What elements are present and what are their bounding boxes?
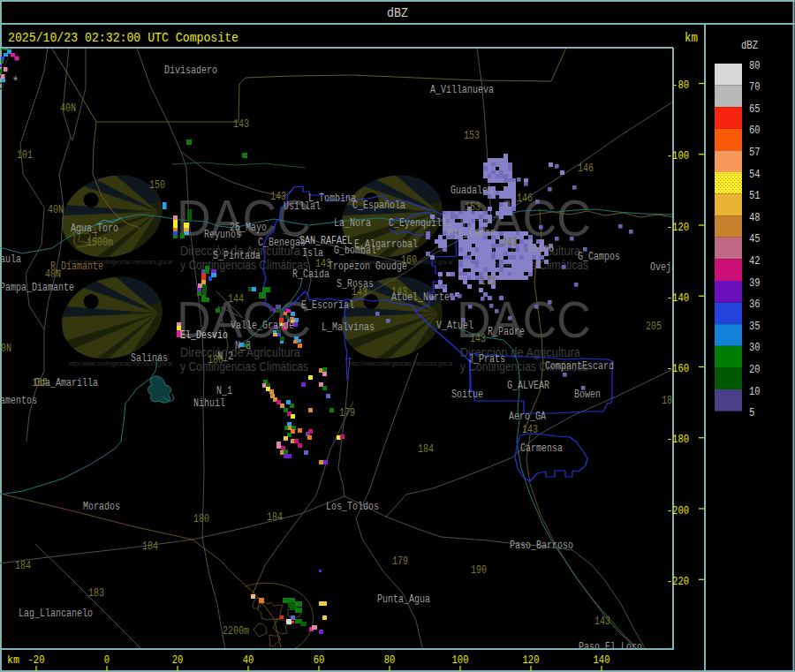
svg-text:180: 180 bbox=[208, 354, 223, 366]
svg-text:184: 184 bbox=[15, 560, 31, 572]
svg-text:243: 243 bbox=[502, 237, 518, 249]
svg-text:Los_Toldos: Los_Toldos bbox=[326, 501, 379, 513]
svg-text:-100: -100 bbox=[667, 150, 689, 162]
svg-text:Aero_GA: Aero_GA bbox=[509, 411, 547, 423]
svg-text:J_Prats: J_Prats bbox=[468, 353, 505, 366]
svg-text:42: 42 bbox=[749, 255, 761, 268]
svg-text:http://www.contingencias.mendo: http://www.contingencias.mendoza.gov.ar bbox=[349, 360, 454, 367]
svg-text:101: 101 bbox=[17, 149, 33, 162]
svg-text:Nihuil: Nihuil bbox=[193, 397, 225, 410]
svg-text:140: 140 bbox=[594, 654, 610, 667]
svg-text:146: 146 bbox=[578, 162, 594, 175]
svg-text:54: 54 bbox=[749, 169, 761, 181]
svg-text:18: 18 bbox=[662, 395, 672, 407]
svg-text:km: km bbox=[7, 653, 19, 667]
svg-text:153: 153 bbox=[465, 201, 481, 214]
svg-text:dBZ: dBZ bbox=[741, 40, 758, 52]
svg-text:70: 70 bbox=[749, 81, 761, 94]
svg-text:80: 80 bbox=[384, 654, 396, 667]
svg-text:R_Caida: R_Caida bbox=[292, 268, 329, 281]
svg-text:E_Escorial: E_Escorial bbox=[301, 299, 354, 312]
svg-text:184: 184 bbox=[142, 540, 158, 553]
svg-text:-80: -80 bbox=[672, 79, 689, 92]
svg-text:Divisadero: Divisadero bbox=[164, 64, 217, 77]
svg-text:N_1: N_1 bbox=[216, 385, 232, 397]
svg-text:171: 171 bbox=[481, 276, 496, 288]
svg-text:153: 153 bbox=[464, 130, 480, 142]
svg-text:20: 20 bbox=[172, 654, 184, 667]
svg-text:*: * bbox=[11, 75, 19, 90]
svg-text:R_Padre: R_Padre bbox=[488, 326, 525, 338]
svg-text:y Contingencias Climáticas: y Contingencias Climáticas bbox=[180, 359, 308, 374]
svg-text:144: 144 bbox=[228, 293, 244, 306]
svg-text:48: 48 bbox=[749, 212, 761, 224]
svg-text:La_Nora: La_Nora bbox=[334, 217, 371, 230]
svg-text:km: km bbox=[685, 31, 698, 45]
svg-text:143: 143 bbox=[594, 615, 610, 628]
svg-text:-200: -200 bbox=[667, 505, 689, 517]
svg-text:C_Eyenquilli: C_Eyenquilli bbox=[389, 217, 452, 230]
svg-text:Goico: Goico bbox=[527, 243, 554, 255]
svg-text:Salinas: Salinas bbox=[131, 352, 168, 365]
svg-text:Pampa_Diamante: Pampa_Diamante bbox=[0, 282, 74, 294]
svg-text:160: 160 bbox=[401, 254, 417, 267]
svg-text:Valle_Grande: Valle_Grande bbox=[231, 320, 294, 332]
svg-text:N_3: N_3 bbox=[235, 340, 251, 352]
svg-text:143: 143 bbox=[470, 333, 486, 345]
svg-text:10: 10 bbox=[749, 386, 761, 398]
svg-text:-160: -160 bbox=[667, 363, 689, 375]
svg-text:A_Villanueva: A_Villanueva bbox=[430, 84, 494, 96]
svg-text:-120: -120 bbox=[667, 222, 689, 234]
svg-text:Bowen: Bowen bbox=[574, 389, 601, 401]
svg-text:G_Campos: G_Campos bbox=[578, 251, 620, 263]
svg-text:179: 179 bbox=[392, 555, 408, 568]
svg-text:150: 150 bbox=[149, 179, 165, 192]
svg-text:184: 184 bbox=[418, 443, 434, 456]
svg-text:SAN_RAFAEL: SAN_RAFAEL bbox=[299, 235, 352, 247]
svg-text:40: 40 bbox=[243, 654, 254, 667]
svg-text:20: 20 bbox=[749, 364, 761, 376]
svg-text:CompantEscard: CompantEscard bbox=[545, 360, 614, 373]
svg-text:146: 146 bbox=[517, 193, 533, 205]
svg-text:143: 143 bbox=[233, 118, 249, 131]
svg-text:-20: -20 bbox=[28, 654, 45, 667]
svg-text:L_Malvinas: L_Malvinas bbox=[322, 321, 375, 334]
svg-text:1500m: 1500m bbox=[87, 237, 113, 249]
svg-text:0: 0 bbox=[104, 654, 110, 667]
svg-text:Punta_Agua: Punta_Agua bbox=[377, 593, 430, 606]
svg-text:205: 205 bbox=[646, 321, 662, 333]
svg-text:C_Española: C_Española bbox=[352, 200, 405, 212]
svg-text:2025/10/23 02:32:00 UTC Compos: 2025/10/23 02:32:00 UTC Composite bbox=[8, 31, 238, 46]
svg-text:G_ALVEAR: G_ALVEAR bbox=[507, 380, 549, 392]
svg-text:C_Benegas: C_Benegas bbox=[258, 237, 306, 249]
svg-text:Paso_Barroso: Paso_Barroso bbox=[510, 540, 573, 552]
svg-text:Carmensa: Carmensa bbox=[520, 442, 563, 455]
svg-text:Mte_Coman: Mte_Coman bbox=[448, 227, 496, 239]
svg-text:143: 143 bbox=[391, 286, 407, 298]
svg-text:Usillal: Usillal bbox=[284, 200, 321, 213]
svg-text:5: 5 bbox=[749, 407, 754, 419]
svg-text:143: 143 bbox=[315, 258, 331, 270]
svg-text:143: 143 bbox=[270, 191, 286, 203]
svg-text:Morados: Morados bbox=[83, 501, 120, 513]
svg-text:143: 143 bbox=[352, 286, 367, 298]
svg-text:164: 164 bbox=[32, 377, 48, 389]
svg-text:39: 39 bbox=[749, 277, 761, 290]
svg-text:Lag_Llancanelo: Lag_Llancanelo bbox=[19, 608, 93, 620]
svg-text:35: 35 bbox=[749, 321, 761, 333]
svg-text:Tropezon Goudge: Tropezon Goudge bbox=[328, 260, 407, 273]
svg-text:0N: 0N bbox=[1, 343, 11, 355]
svg-text:120: 120 bbox=[523, 654, 540, 667]
svg-text:65: 65 bbox=[749, 103, 761, 116]
svg-text:143: 143 bbox=[522, 424, 538, 436]
svg-text:100: 100 bbox=[452, 654, 469, 667]
svg-text:aula: aula bbox=[0, 253, 21, 266]
svg-text:190: 190 bbox=[471, 564, 487, 577]
svg-text:60: 60 bbox=[314, 654, 325, 667]
svg-text:30: 30 bbox=[749, 342, 761, 354]
svg-text:Soitue: Soitue bbox=[451, 389, 483, 401]
svg-text:dBZ: dBZ bbox=[387, 6, 408, 20]
svg-text:amentos: amentos bbox=[0, 395, 37, 407]
svg-text:25_Mayo: 25_Mayo bbox=[230, 222, 267, 234]
svg-text:40N: 40N bbox=[60, 102, 76, 115]
